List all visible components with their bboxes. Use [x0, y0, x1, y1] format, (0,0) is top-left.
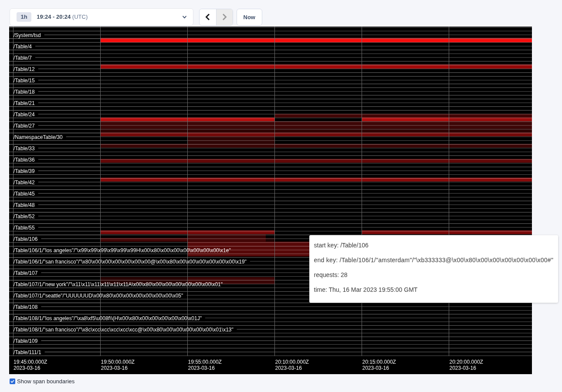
svg-text:/Table/33: /Table/33 [14, 145, 35, 152]
svg-text:/Table/45: /Table/45 [14, 191, 35, 197]
svg-text:/Table/109: /Table/109 [14, 338, 38, 344]
svg-text:/Table/111/1: /Table/111/1 [14, 349, 41, 355]
svg-text:/Table/108: /Table/108 [14, 304, 38, 310]
svg-text:/NamespaceTable/30: /NamespaceTable/30 [14, 134, 63, 140]
svg-text:/Table/107/1/"new york"/"\x11\: /Table/107/1/"new york"/"\x11\x11\x11\x1… [14, 281, 223, 287]
svg-text:20:20:00.000Z: 20:20:00.000Z [450, 359, 483, 365]
svg-text:19:50:00.000Z: 19:50:00.000Z [101, 359, 135, 365]
svg-text:/Table/55: /Table/55 [14, 225, 35, 231]
svg-text:2023-03-16: 2023-03-16 [188, 365, 215, 371]
svg-text:/Table/48: /Table/48 [14, 202, 35, 208]
svg-text:19:55:00.000Z: 19:55:00.000Z [188, 359, 222, 365]
svg-text:2023-03-16: 2023-03-16 [362, 365, 389, 371]
svg-text:/Table/107: /Table/107 [14, 270, 38, 276]
svg-text:/Table/7: /Table/7 [14, 55, 32, 61]
svg-text:/Table/108/1/"los angeles"/"\x: /Table/108/1/"los angeles"/"\xa8\xf5\u00… [14, 315, 202, 321]
svg-text:/Table/107/1/"seattle"/"UUUUUU: /Table/107/1/"seattle"/"UUUUUUD\x00\x80\… [14, 293, 183, 299]
svg-text:/Table/24: /Table/24 [14, 112, 35, 118]
svg-text:/Table/12: /Table/12 [14, 66, 35, 72]
svg-text:/Table/18: /Table/18 [14, 89, 35, 95]
svg-text:20:10:00.000Z: 20:10:00.000Z [275, 359, 309, 365]
svg-text:/Table/15: /Table/15 [14, 78, 35, 84]
svg-text:/Table/42: /Table/42 [14, 179, 35, 186]
svg-text:19:45:00.000Z: 19:45:00.000Z [14, 359, 47, 365]
svg-text:/Table/4: /Table/4 [14, 44, 32, 50]
svg-text:/Table/36: /Table/36 [14, 157, 35, 163]
svg-text:/Table/106/1/"san francisco"/": /Table/106/1/"san francisco"/"\x80\x00\x… [14, 259, 247, 265]
svg-text:/Table/21: /Table/21 [14, 100, 35, 106]
svg-text:20:15:00.000Z: 20:15:00.000Z [362, 359, 396, 365]
svg-text:/Table/106/1/"los angeles"/"\x: /Table/106/1/"los angeles"/"\x99\x99\x99… [14, 247, 231, 253]
svg-text:/Table/52: /Table/52 [14, 213, 35, 220]
svg-text:2023-03-16: 2023-03-16 [101, 365, 128, 371]
svg-text:/Table/106: /Table/106 [14, 236, 38, 242]
svg-text:2023-03-16: 2023-03-16 [14, 365, 41, 371]
svg-text:2023-03-16: 2023-03-16 [450, 365, 477, 371]
svg-text:/Table/39: /Table/39 [14, 168, 35, 174]
svg-text:/System/tsd: /System/tsd [14, 32, 41, 38]
svg-text:/Table/108/1/"san francisco"/": /Table/108/1/"san francisco"/"\x8c\xcc\x… [14, 327, 234, 333]
svg-text:2023-03-16: 2023-03-16 [275, 365, 302, 371]
svg-text:/Table/27: /Table/27 [14, 123, 35, 129]
